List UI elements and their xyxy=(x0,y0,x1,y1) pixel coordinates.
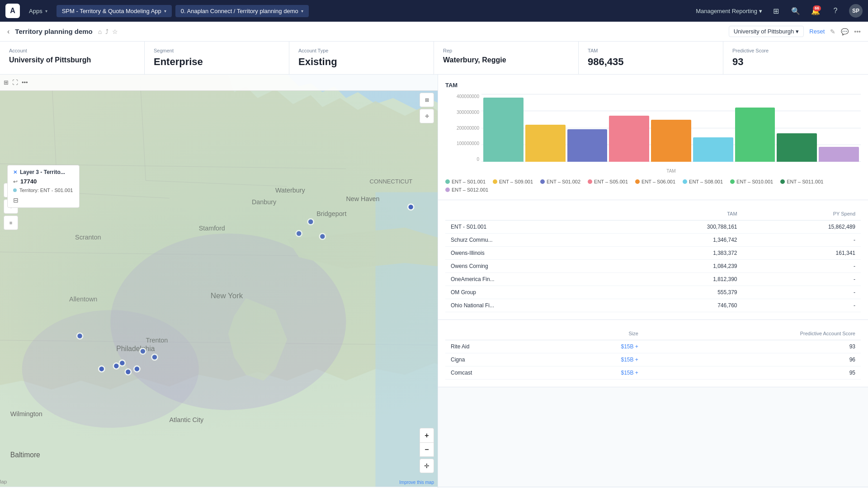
people-icon[interactable]: ⊞ xyxy=(769,5,782,17)
connect-chevron-icon: ▾ xyxy=(301,9,303,14)
chart-bar xyxy=(525,125,566,162)
page-icons: ⌂ ⤴ ☆ xyxy=(98,28,118,35)
row-py: - xyxy=(743,286,861,299)
legend-label: ENT – S011.001 xyxy=(787,179,823,184)
chart-bar xyxy=(735,108,775,162)
map-more-icon[interactable]: ••• xyxy=(22,79,28,86)
row-name: OneAmerica Fin... xyxy=(445,273,615,286)
help-icon[interactable]: ? xyxy=(829,5,842,17)
page-title: Territory planning demo xyxy=(15,28,92,35)
svg-text:Atlantic City: Atlantic City xyxy=(170,416,204,423)
map-expand-icon[interactable]: ⊞ xyxy=(4,79,9,86)
map-zoom-in[interactable]: + xyxy=(420,428,434,442)
svg-text:© Mapbox © OpenStreetMap: © Mapbox © OpenStreetMap xyxy=(0,479,7,484)
more-icon[interactable]: ••• xyxy=(854,28,861,35)
reset-button[interactable]: Reset xyxy=(809,28,825,35)
svg-text:New Haven: New Haven xyxy=(346,195,379,202)
tam-chart-section: TAM 400000000 300000000 200000000 100000… xyxy=(438,75,868,200)
user-avatar[interactable]: SP xyxy=(849,4,863,18)
home-icon[interactable]: ⌂ xyxy=(98,28,102,35)
map-svg: New York Philadelphia Baltimore Allentow… xyxy=(0,75,438,487)
legend-label: ENT – S01.001 xyxy=(452,179,486,184)
svg-text:Danbury: Danbury xyxy=(252,198,277,206)
row-py: - xyxy=(743,273,861,286)
svg-point-26 xyxy=(119,360,125,366)
comment-icon[interactable]: 💬 xyxy=(841,28,849,35)
legend-dot xyxy=(780,179,785,184)
chart-bar xyxy=(483,98,524,162)
apps-tab[interactable]: Apps ▾ xyxy=(24,5,53,17)
legend-label: ENT – S05.001 xyxy=(594,179,628,184)
predictive-data-table: Size Predictive Account Score Rite Aid $… xyxy=(445,327,861,380)
map-attribution: Improve this map xyxy=(399,480,434,485)
map-tooltip-icon: ↩ xyxy=(13,178,18,185)
search-icon[interactable]: 🔍 xyxy=(789,5,802,17)
kpi-rep-value: Waterbury, Reggie xyxy=(443,56,569,64)
svg-point-20 xyxy=(320,234,326,239)
table-col-tam: TAM xyxy=(615,207,742,221)
table-col-py: PY Spend xyxy=(743,207,861,221)
row-py: - xyxy=(743,299,861,312)
management-reporting-dropdown[interactable]: Management Reporting ▾ xyxy=(696,8,762,14)
university-filter-dropdown[interactable]: University of Pittsburgh ▾ xyxy=(729,26,804,37)
chart-bar xyxy=(609,116,649,162)
back-button[interactable]: ‹ xyxy=(7,28,9,36)
legend-dot xyxy=(493,179,497,184)
y-axis-labels: 400000000 300000000 200000000 100000000 … xyxy=(445,94,479,162)
share-icon[interactable]: ⤴ xyxy=(105,28,108,35)
anaplan-connect-tab[interactable]: 0. Anaplan Connect / Territory planning … xyxy=(175,5,309,17)
map-tool-filter[interactable]: ≡ xyxy=(4,216,18,230)
table-row: OM Group 555,379 - xyxy=(445,286,861,299)
row-tam: 300,788,161 xyxy=(615,221,742,234)
svg-point-29 xyxy=(140,348,146,354)
map-zoom-controls: + − ✛ xyxy=(420,428,434,473)
pred-row-name: Comcast xyxy=(445,366,551,380)
svg-text:Allentown: Allentown xyxy=(69,296,97,303)
edit-icon[interactable]: ✎ xyxy=(830,28,835,35)
svg-text:Bridgeport: Bridgeport xyxy=(316,210,346,217)
row-name: OM Group xyxy=(445,286,615,299)
spm-tab[interactable]: SPM - Territory & Quota Modeling App ▾ xyxy=(57,5,172,17)
svg-point-25 xyxy=(125,369,131,375)
pred-col-name xyxy=(445,327,551,340)
legend-dot xyxy=(445,188,450,192)
map-background[interactable]: New York Philadelphia Baltimore Allentow… xyxy=(0,75,438,487)
svg-text:New York: New York xyxy=(211,291,243,300)
svg-point-19 xyxy=(296,230,302,236)
notification-icon[interactable]: 🔔 66 xyxy=(809,5,822,17)
map-cursor-tool[interactable]: ✛ xyxy=(420,109,434,123)
map-fullscreen-icon[interactable]: ⛶ xyxy=(12,79,18,86)
svg-text:Scranton: Scranton xyxy=(75,234,101,241)
table-row: Owens-Illinois 1,383,372 161,341 xyxy=(445,247,861,260)
kpi-segment-label: Segment xyxy=(154,48,280,53)
row-tam: 1,812,390 xyxy=(615,273,742,286)
table-row: ENT - S01.001 300,788,161 15,862,489 xyxy=(445,221,861,234)
svg-point-21 xyxy=(308,219,314,225)
legend-label: ENT – S08.001 xyxy=(689,179,723,184)
pred-row-size: $15B + xyxy=(551,366,644,380)
kpi-tam-label: TAM xyxy=(588,48,714,53)
legend-dot xyxy=(683,179,687,184)
map-zoom-out[interactable]: − xyxy=(420,442,434,457)
table-row: Owens Corning 1,084,239 - xyxy=(445,260,861,273)
anaplan-logo[interactable]: A xyxy=(5,4,20,18)
svg-text:CONNECTICUT: CONNECTICUT xyxy=(370,178,413,185)
map-tooltip-value: 17740 xyxy=(20,178,37,185)
star-icon[interactable]: ☆ xyxy=(112,28,118,35)
svg-text:Waterbury: Waterbury xyxy=(275,187,305,194)
map-layers-tool[interactable]: ⊞ xyxy=(420,93,434,107)
svg-point-30 xyxy=(151,354,157,360)
kpi-tam-value: 986,435 xyxy=(588,56,714,68)
main-area: ⊞ ⛶ ••• xyxy=(0,75,868,487)
table-row: Comcast $15B + 95 xyxy=(445,366,861,380)
kpi-account-type-value: Existing xyxy=(298,56,425,68)
map-compass[interactable]: ✛ xyxy=(420,459,434,473)
legend-label: ENT – S012.001 xyxy=(452,187,488,192)
map-section[interactable]: ⊞ ⛶ ••• xyxy=(0,75,438,487)
map-tooltip-layers-icon: ⊟ xyxy=(13,197,19,204)
kpi-account-label: Account xyxy=(9,48,135,53)
svg-point-24 xyxy=(113,363,119,369)
kpi-segment: Segment Enterprise xyxy=(145,42,289,74)
kpi-predictive-label: Predictive Score xyxy=(732,48,859,53)
row-name: Schurz Commu... xyxy=(445,234,615,247)
